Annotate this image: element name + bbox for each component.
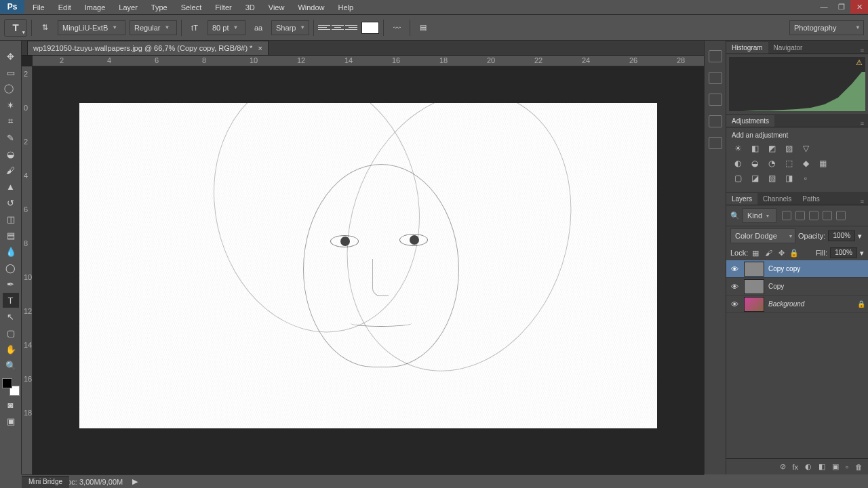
filter-shape-icon[interactable] <box>823 211 832 220</box>
link-layers-icon[interactable]: ⊘ <box>780 462 786 471</box>
doc-size[interactable]: Doc: 3,00M/9,00M <box>62 478 123 486</box>
layer-name[interactable]: Copy <box>768 283 784 290</box>
menu-view[interactable]: View <box>262 2 292 13</box>
adj-brightness-icon[interactable]: ☀ <box>732 143 744 154</box>
character-panel-icon[interactable]: ▤ <box>414 20 432 35</box>
crop-tool-icon[interactable]: ⌗ <box>3 114 19 129</box>
visibility-icon[interactable]: 👁 <box>729 300 740 308</box>
menu-help[interactable]: Help <box>332 2 361 13</box>
layer-thumbnail[interactable] <box>744 297 764 312</box>
brush-tool-icon[interactable]: 🖌 <box>3 163 19 178</box>
window-close[interactable]: ✕ <box>850 0 868 14</box>
text-color-swatch[interactable] <box>361 22 379 34</box>
gradient-tool-icon[interactable]: ▤ <box>3 228 19 243</box>
collapsed-panel-icon[interactable] <box>709 94 722 106</box>
layer-item[interactable]: 👁 Background 🔒 <box>726 296 868 313</box>
blur-tool-icon[interactable]: 💧 <box>3 244 19 259</box>
healing-tool-icon[interactable]: ◒ <box>3 146 19 161</box>
tab-paths[interactable]: Paths <box>797 193 825 205</box>
menu-layer[interactable]: Layer <box>112 2 144 13</box>
menu-file[interactable]: File <box>26 2 52 13</box>
history-brush-icon[interactable]: ↺ <box>3 195 19 210</box>
adj-levels-icon[interactable]: ◧ <box>749 143 761 154</box>
tool-preset-picker[interactable]: T <box>4 19 27 37</box>
align-right-icon[interactable] <box>345 22 357 34</box>
menu-3d[interactable]: 3D <box>239 2 262 13</box>
ruler-horizontal[interactable]: 2 4 6 8 10 12 14 16 18 20 22 24 26 28 <box>33 56 704 66</box>
hand-tool-icon[interactable]: ✋ <box>3 342 19 357</box>
adj-gradmap-icon[interactable]: ◨ <box>783 173 795 184</box>
mini-bridge-tab[interactable]: Mini Bridge <box>22 476 69 488</box>
move-tool-icon[interactable]: ✥ <box>3 49 19 64</box>
panel-menu-icon[interactable]: ≡ <box>856 47 868 54</box>
close-tab-icon[interactable]: × <box>258 44 262 52</box>
blend-mode-select[interactable]: Color Dodge▾ <box>730 228 795 243</box>
zoom-tool-icon[interactable]: 🔍 <box>3 358 19 373</box>
layer-thumbnail[interactable] <box>744 262 764 277</box>
menu-window[interactable]: Window <box>291 2 331 13</box>
lasso-tool-icon[interactable]: ⃝ <box>3 81 19 96</box>
ruler-vertical[interactable]: 2 0 2 4 6 8 10 12 14 16 18 <box>22 66 33 474</box>
adj-lookup-icon[interactable]: ▦ <box>816 158 829 169</box>
antialias-select[interactable]: Sharp▼ <box>271 20 309 35</box>
menu-select[interactable]: Select <box>174 2 209 13</box>
panel-menu-icon[interactable]: ≡ <box>856 198 868 205</box>
tab-histogram[interactable]: Histogram <box>726 42 768 54</box>
lock-trans-icon[interactable]: ▦ <box>751 248 760 258</box>
delete-layer-icon[interactable]: 🗑 <box>855 463 863 471</box>
eraser-tool-icon[interactable]: ◫ <box>3 211 19 226</box>
quickmask-icon[interactable]: ◙ <box>3 397 19 412</box>
filter-pixel-icon[interactable] <box>782 211 791 220</box>
menu-image[interactable]: Image <box>78 2 113 13</box>
dodge-tool-icon[interactable]: ◯ <box>3 260 19 275</box>
align-center-icon[interactable] <box>332 22 344 34</box>
opacity-input[interactable]: 100% <box>828 230 855 241</box>
layer-name[interactable]: Background <box>768 300 804 308</box>
opacity-dropdown-icon[interactable]: ▾ <box>858 232 862 241</box>
adj-hue-icon[interactable]: ◐ <box>732 158 744 169</box>
lock-position-icon[interactable]: ✥ <box>776 248 786 258</box>
adj-colorbal-icon[interactable]: ◒ <box>749 158 761 169</box>
fill-dropdown-icon[interactable]: ▾ <box>860 249 864 258</box>
menu-type[interactable]: Type <box>144 2 174 13</box>
adj-poster-icon[interactable]: ◪ <box>749 173 761 184</box>
document-tab[interactable]: wp1921050-tzuyu-wallpapers.jpg @ 66,7% (… <box>27 41 269 55</box>
adj-vibrance-icon[interactable]: ▽ <box>800 143 812 154</box>
visibility-icon[interactable]: 👁 <box>729 283 740 291</box>
stamp-tool-icon[interactable]: ▲ <box>3 179 19 194</box>
layer-filter-select[interactable]: Kind▾ <box>743 208 776 223</box>
layer-item[interactable]: 👁 Copy <box>726 278 868 296</box>
filter-smart-icon[interactable] <box>836 211 846 220</box>
collapsed-panel-icon[interactable] <box>709 137 722 149</box>
type-tool-icon[interactable]: T <box>3 293 19 308</box>
screenmode-icon[interactable]: ▣ <box>3 413 19 428</box>
collapsed-panel-icon[interactable] <box>709 115 722 127</box>
fg-bg-colors[interactable] <box>2 378 20 396</box>
menu-filter[interactable]: Filter <box>208 2 238 13</box>
canvas-viewport[interactable] <box>33 66 704 465</box>
marquee-tool-icon[interactable]: ▭ <box>3 65 19 80</box>
fill-input[interactable]: 100% <box>830 247 857 258</box>
adj-thresh-icon[interactable]: ▧ <box>766 173 778 184</box>
tab-layers[interactable]: Layers <box>726 193 757 205</box>
status-arrow-icon[interactable]: ▶ <box>132 477 138 486</box>
font-family-select[interactable]: MingLiU-ExtB▼ <box>58 20 125 35</box>
adj-bw-icon[interactable]: ◔ <box>766 158 778 169</box>
tab-navigator[interactable]: Navigator <box>768 42 808 54</box>
layer-item[interactable]: 👁 Copy copy <box>726 260 868 278</box>
align-left-icon[interactable] <box>318 22 330 34</box>
text-orientation-icon[interactable]: ⇅ <box>36 20 54 35</box>
adj-invert-icon[interactable]: ▢ <box>732 173 744 184</box>
filter-type-icon[interactable] <box>809 211 818 220</box>
search-icon[interactable]: 🔍 <box>730 211 740 220</box>
window-maximize[interactable]: ❐ <box>833 0 850 14</box>
adj-exposure-icon[interactable]: ▨ <box>783 143 795 154</box>
shape-tool-icon[interactable]: ▢ <box>3 325 19 340</box>
histogram-warning-icon[interactable]: ⚠ <box>856 58 863 67</box>
layer-name[interactable]: Copy copy <box>768 265 800 272</box>
new-group-icon[interactable]: ▣ <box>832 462 839 471</box>
visibility-icon[interactable]: 👁 <box>729 265 740 273</box>
window-minimize[interactable]: — <box>815 0 833 14</box>
adj-selcolor-icon[interactable]: ▫ <box>800 173 812 184</box>
adj-curves-icon[interactable]: ◩ <box>766 143 778 154</box>
